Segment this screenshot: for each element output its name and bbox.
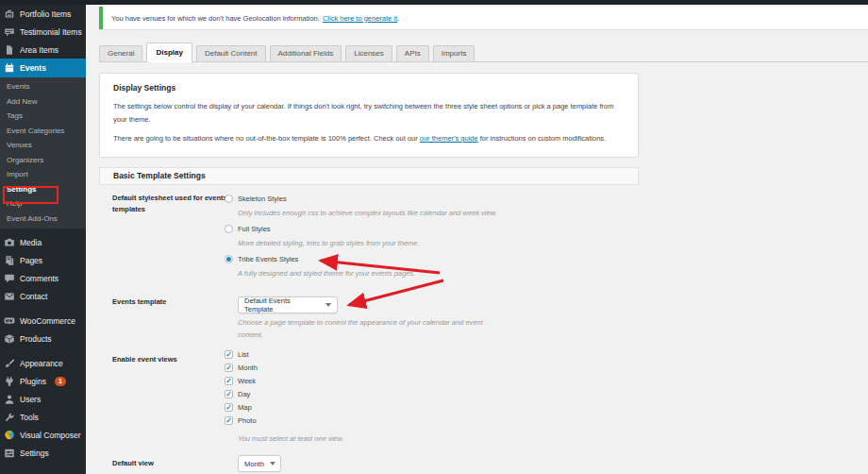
default-view-label: Default view bbox=[112, 458, 227, 469]
settings-tab-bar: General Display Default Content Addition… bbox=[99, 40, 868, 62]
checkbox-label: Photo bbox=[238, 416, 257, 425]
tab-display[interactable]: Display bbox=[146, 42, 192, 62]
envelope-icon bbox=[4, 291, 15, 302]
sidebar-item-products[interactable]: Products bbox=[0, 330, 86, 347]
comments-icon bbox=[4, 273, 15, 284]
sidebar-item-portfolio-items[interactable]: Portfolio Items bbox=[0, 5, 86, 23]
pages-icon bbox=[4, 255, 15, 266]
panel-paragraph-2: There are going to be situations where n… bbox=[113, 132, 625, 145]
submenu-item-tags[interactable]: Tags bbox=[0, 109, 86, 124]
notice-text: You have venues for which we don't have … bbox=[111, 14, 320, 23]
radio-icon bbox=[225, 225, 233, 233]
sidebar-item-label: Plugins bbox=[20, 377, 46, 386]
sidebar-item-testimonial-items[interactable]: Testimonial Items bbox=[0, 23, 86, 41]
media-icon bbox=[4, 237, 15, 248]
radio-label: Full Styles bbox=[238, 225, 271, 233]
sidebar-item-label: Tools bbox=[20, 413, 39, 422]
sidebar-item-plugins[interactable]: Plugins 1 bbox=[0, 372, 86, 390]
testimonial-icon bbox=[4, 26, 15, 38]
paragraph-text: There are going to be situations where n… bbox=[113, 134, 420, 143]
submenu-item-add-new[interactable]: Add New bbox=[0, 94, 86, 110]
radio-label: Tribe Events Styles bbox=[238, 255, 298, 263]
sidebar-item-label: Users bbox=[20, 395, 41, 404]
checkbox-day-view[interactable]: Day bbox=[225, 390, 250, 398]
arrow-to-template-dropdown bbox=[349, 280, 443, 305]
radio-label: Skeleton Styles bbox=[238, 195, 287, 203]
sidebar-item-label: Visual Composer bbox=[20, 431, 81, 440]
tab-additional-fields[interactable]: Additional Fields bbox=[270, 45, 342, 61]
sidebar-item-label: Media bbox=[20, 238, 42, 247]
sidebar-item-media[interactable]: Media bbox=[0, 233, 86, 251]
portfolio-icon bbox=[4, 8, 15, 20]
sidebar-item-users[interactable]: Users bbox=[0, 390, 86, 408]
events-template-desc: Choose a page template to control the ap… bbox=[238, 316, 487, 341]
submenu-item-organizers[interactable]: Organizers bbox=[0, 153, 86, 168]
tab-default-content[interactable]: Default Content bbox=[196, 45, 266, 61]
panel-title: Display Settings bbox=[113, 83, 625, 93]
events-template-select[interactable]: Default Events Template bbox=[238, 296, 338, 313]
radio-full-desc: More detailed styling, tries to grab sty… bbox=[238, 239, 420, 247]
sidebar-item-visual-composer[interactable]: Visual Composer bbox=[0, 426, 86, 444]
chevron-down-icon bbox=[270, 462, 275, 466]
tab-imports[interactable]: Imports bbox=[433, 45, 476, 61]
themers-guide-link[interactable]: our themer's guide bbox=[420, 134, 478, 143]
sidebar-item-events[interactable]: Events bbox=[0, 59, 86, 77]
sidebar-item-appearance[interactable]: Appearance bbox=[0, 354, 86, 372]
sidebar-item-pages[interactable]: Pages bbox=[0, 251, 86, 269]
plugin-icon bbox=[4, 376, 15, 387]
checkbox-list-view[interactable]: List bbox=[225, 350, 249, 359]
checkbox-checked-icon bbox=[225, 403, 233, 412]
submenu-item-events[interactable]: Events bbox=[0, 79, 86, 94]
sidebar-item-label: Portfolio Items bbox=[20, 9, 71, 19]
wrench-icon bbox=[4, 412, 15, 423]
sidebar-item-label: Settings bbox=[20, 449, 49, 458]
checkbox-label: Map bbox=[238, 403, 252, 412]
paragraph-text: for instructions on custom modifications… bbox=[478, 134, 606, 143]
submenu-item-import[interactable]: Import bbox=[0, 167, 86, 182]
checkbox-month-view[interactable]: Month bbox=[225, 364, 258, 372]
admin-sidebar: Portfolio Items Testimonial Items Area I… bbox=[0, 5, 86, 474]
radio-tribe-desc: A fully designed and styled theme for yo… bbox=[238, 269, 415, 278]
default-view-select[interactable]: Month bbox=[238, 455, 281, 472]
plugins-update-badge: 1 bbox=[55, 377, 66, 386]
sidebar-item-comments[interactable]: Comments bbox=[0, 269, 86, 287]
checkbox-week-view[interactable]: Week bbox=[225, 377, 256, 385]
checkbox-label: Month bbox=[238, 364, 258, 372]
checkbox-checked-icon bbox=[225, 377, 233, 385]
annotation-red-box-settings bbox=[3, 186, 58, 204]
admin-top-bar bbox=[0, 0, 868, 5]
chevron-down-icon bbox=[326, 303, 331, 307]
generate-geolocation-link[interactable]: Click here to generate it bbox=[323, 14, 397, 23]
checkbox-label: List bbox=[238, 350, 249, 359]
sidebar-item-tools[interactable]: Tools bbox=[0, 408, 86, 426]
document-icon bbox=[4, 44, 15, 56]
checkbox-label: Day bbox=[238, 390, 250, 398]
submenu-item-venues[interactable]: Venues bbox=[0, 138, 86, 153]
enable-event-views-label: Enable event views bbox=[112, 354, 227, 365]
stylesheet-field-label: Default stylesheet used for events templ… bbox=[112, 193, 227, 215]
tab-apis[interactable]: APIs bbox=[396, 45, 429, 61]
radio-full-styles[interactable]: Full Styles bbox=[225, 225, 271, 233]
events-submenu: Events Add New Tags Event Categories Ven… bbox=[0, 77, 86, 229]
submenu-item-event-add-ons[interactable]: Event Add-Ons bbox=[0, 212, 86, 227]
sidebar-item-contact[interactable]: Contact bbox=[0, 287, 86, 305]
products-box-icon bbox=[4, 333, 15, 345]
checkbox-photo-view[interactable]: Photo bbox=[225, 416, 257, 425]
user-icon bbox=[4, 394, 15, 405]
sidebar-item-settings[interactable]: Settings bbox=[0, 444, 86, 462]
sidebar-item-woocommerce[interactable]: WooCommerce bbox=[0, 312, 86, 330]
tab-licenses[interactable]: Licenses bbox=[345, 45, 392, 61]
radio-skeleton-styles[interactable]: Skeleton Styles bbox=[225, 195, 287, 203]
notice-suffix: . bbox=[397, 14, 399, 23]
sidebar-item-label: Appearance bbox=[20, 359, 63, 368]
checkbox-map-view[interactable]: Map bbox=[225, 403, 252, 412]
checkbox-label: Week bbox=[238, 377, 256, 385]
sidebar-item-area-items[interactable]: Area Items bbox=[0, 41, 86, 59]
tab-general[interactable]: General bbox=[99, 45, 142, 61]
submenu-item-event-categories[interactable]: Event Categories bbox=[0, 124, 86, 139]
radio-tribe-events-styles[interactable]: Tribe Events Styles bbox=[225, 255, 298, 263]
sidebar-item-label: Testimonial Items bbox=[20, 27, 82, 37]
sidebar-item-label: Area Items bbox=[20, 45, 58, 55]
annotation-arrows bbox=[0, 0, 868, 474]
checkbox-checked-icon bbox=[225, 364, 233, 372]
